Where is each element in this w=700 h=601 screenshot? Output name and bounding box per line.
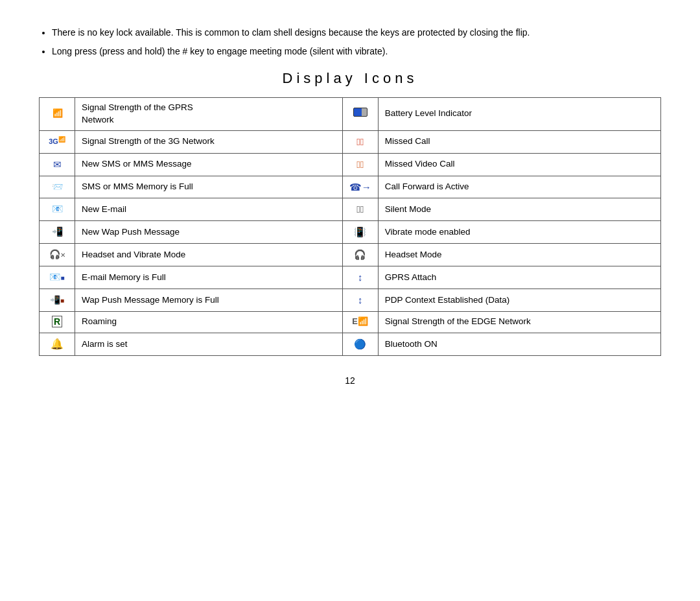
left-icon-2: ✉ [40, 153, 75, 176]
left-icon-4: 📧 [40, 198, 75, 221]
right-label-10: Bluetooth ON [378, 333, 660, 355]
right-icon-5: 📳 [342, 221, 378, 244]
left-label-9: Roaming [75, 311, 343, 333]
right-label-2: Missed Video Call [378, 153, 660, 176]
icons-table: 📶Signal Strength of the GPRSNetworkBatte… [39, 97, 661, 356]
left-label-3: SMS or MMS Memory is Full [75, 176, 343, 198]
right-icon-2: ☎⃠ [342, 153, 378, 176]
left-icon-8: 📲■ [40, 289, 75, 312]
right-label-5: Vibrate mode enabled [378, 221, 660, 244]
section-title: Display Icons [39, 70, 661, 87]
right-label-1: Missed Call [378, 130, 660, 153]
table-row: 📧■E-mail Memory is Full↕GPRS Attach [40, 266, 661, 289]
left-label-4: New E-mail [75, 198, 343, 221]
right-icon-7: ↕ [342, 266, 378, 289]
table-row: 3G📶Signal Strength of the 3G Network☎⃠Mi… [40, 130, 661, 153]
left-icon-6: 🎧✕ [40, 244, 75, 266]
table-row: 📶Signal Strength of the GPRSNetworkBatte… [40, 98, 661, 131]
bullet-item-2: Long press (press and hold) the # key to… [52, 45, 661, 58]
table-row: 📧New E-mail🔕⃠Silent Mode [40, 198, 661, 221]
right-label-0: Battery Level Indicator [378, 98, 660, 131]
left-label-5: New Wap Push Message [75, 221, 343, 244]
page: There is no key lock available. This is … [39, 26, 661, 386]
right-label-7: GPRS Attach [378, 266, 660, 289]
table-row: RRoamingE📶Signal Strength of the EDGE Ne… [40, 311, 661, 333]
left-icon-1: 3G📶 [40, 130, 75, 153]
right-label-8: PDP Context Established (Data) [378, 289, 660, 312]
table-row: 🎧✕Headset and Vibrate Mode🎧Headset Mode [40, 244, 661, 266]
bullet-list: There is no key lock available. This is … [39, 26, 661, 58]
table-row: 📲■Wap Push Message Memory is Full↕PDP Co… [40, 289, 661, 312]
left-icon-7: 📧■ [40, 266, 75, 289]
left-label-6: Headset and Vibrate Mode [75, 244, 343, 266]
left-label-10: Alarm is set [75, 333, 343, 355]
right-icon-3: ☎→ [342, 176, 378, 198]
right-icon-0 [342, 98, 378, 131]
right-icon-6: 🎧 [342, 244, 378, 266]
table-row: ✉New SMS or MMS Message☎⃠Missed Video Ca… [40, 153, 661, 176]
left-label-8: Wap Push Message Memory is Full [75, 289, 343, 312]
page-number: 12 [39, 375, 661, 386]
table-row: 🔔Alarm is set🔵Bluetooth ON [40, 333, 661, 355]
right-label-6: Headset Mode [378, 244, 660, 266]
left-label-2: New SMS or MMS Message [75, 153, 343, 176]
left-icon-0: 📶 [40, 98, 75, 131]
right-label-3: Call Forward is Active [378, 176, 660, 198]
left-label-0: Signal Strength of the GPRSNetwork [75, 98, 343, 131]
left-icon-5: 📲 [40, 221, 75, 244]
left-icon-3: 📨 [40, 176, 75, 198]
right-label-9: Signal Strength of the EDGE Network [378, 311, 660, 333]
left-label-7: E-mail Memory is Full [75, 266, 343, 289]
right-label-4: Silent Mode [378, 198, 660, 221]
table-row: 📲New Wap Push Message📳Vibrate mode enabl… [40, 221, 661, 244]
right-icon-1: ☎⃠ [342, 130, 378, 153]
right-icon-8: ↕ [342, 289, 378, 312]
right-icon-4: 🔕⃠ [342, 198, 378, 221]
table-row: 📨SMS or MMS Memory is Full☎→Call Forward… [40, 176, 661, 198]
right-icon-9: E📶 [342, 311, 378, 333]
left-icon-10: 🔔 [40, 333, 75, 355]
left-label-1: Signal Strength of the 3G Network [75, 130, 343, 153]
left-icon-9: R [40, 311, 75, 333]
bullet-item-1: There is no key lock available. This is … [52, 26, 661, 40]
right-icon-10: 🔵 [342, 333, 378, 355]
